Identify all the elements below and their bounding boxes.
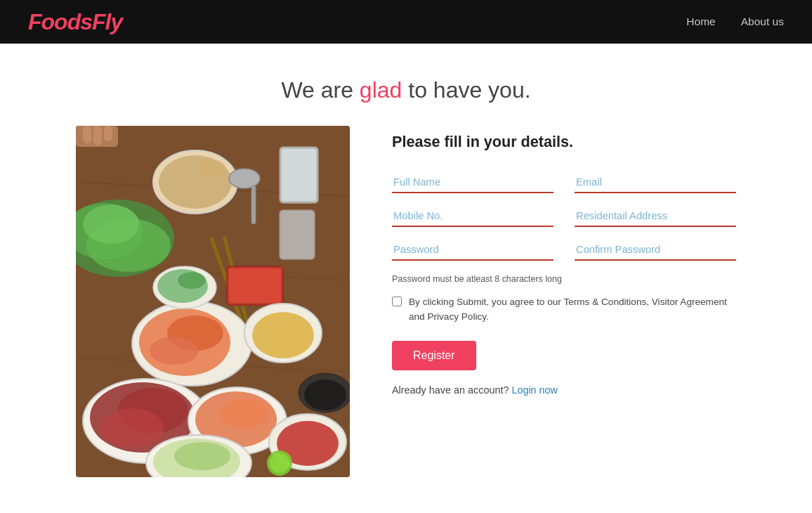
svg-point-35: [220, 398, 269, 429]
full-name-input[interactable]: [392, 172, 554, 189]
hero-text-highlight: glad: [360, 77, 402, 103]
svg-rect-47: [93, 126, 102, 145]
svg-point-7: [229, 169, 260, 188]
svg-rect-10: [282, 149, 316, 201]
food-image: [76, 126, 350, 477]
full-name-group: [392, 172, 554, 193]
nav-links: Home About us: [686, 15, 784, 28]
register-button[interactable]: Register: [392, 341, 476, 370]
form-row-1: [392, 172, 736, 193]
form-section: Please fill in your details.: [392, 126, 736, 396]
hero-section: We are glad to have you.: [0, 44, 812, 126]
svg-rect-46: [83, 126, 91, 143]
svg-point-23: [150, 337, 199, 365]
terms-checkbox[interactable]: [392, 297, 402, 306]
nav-about[interactable]: About us: [741, 15, 784, 28]
mobile-input[interactable]: [392, 206, 554, 223]
confirm-password-group: [575, 240, 736, 261]
password-hint: Password must be atleast 8 characters lo…: [392, 273, 736, 285]
nav-home[interactable]: Home: [686, 15, 715, 28]
navbar: FoodsFly Home About us: [0, 0, 812, 44]
svg-point-15: [83, 204, 139, 244]
svg-rect-11: [280, 210, 315, 259]
svg-point-6: [200, 160, 225, 176]
svg-rect-48: [104, 126, 112, 141]
svg-point-42: [304, 379, 346, 410]
address-input[interactable]: [575, 206, 736, 223]
form-row-2: [392, 206, 736, 227]
password-group: [392, 240, 554, 261]
terms-row: By clicking Submit, you agree to our Ter…: [392, 295, 736, 324]
terms-text: By clicking Submit, you agree to our Ter…: [409, 295, 736, 324]
mobile-group: [392, 206, 554, 227]
svg-point-44: [270, 453, 289, 473]
main-content: Please fill in your details.: [20, 126, 792, 513]
login-link[interactable]: Login now: [511, 384, 558, 396]
form-row-3: [392, 240, 736, 261]
svg-point-25: [252, 312, 314, 358]
register-button-container: Register: [392, 341, 736, 384]
svg-point-28: [178, 272, 206, 289]
svg-point-32: [100, 408, 164, 448]
site-logo: FoodsFly: [28, 9, 122, 35]
email-group: [575, 172, 736, 193]
already-text: Already have an account?: [392, 384, 509, 396]
hero-text-after: to have you.: [402, 77, 530, 103]
address-group: [575, 206, 736, 227]
svg-rect-8: [251, 186, 256, 224]
confirm-password-input[interactable]: [575, 240, 736, 256]
password-input[interactable]: [392, 240, 554, 256]
login-text: Already have an account? Login now: [392, 384, 736, 396]
svg-rect-19: [229, 268, 281, 303]
svg-point-38: [174, 442, 230, 470]
form-title: Please fill in your details.: [392, 133, 736, 151]
email-input[interactable]: [575, 172, 736, 189]
hero-text-before: We are: [281, 77, 359, 103]
